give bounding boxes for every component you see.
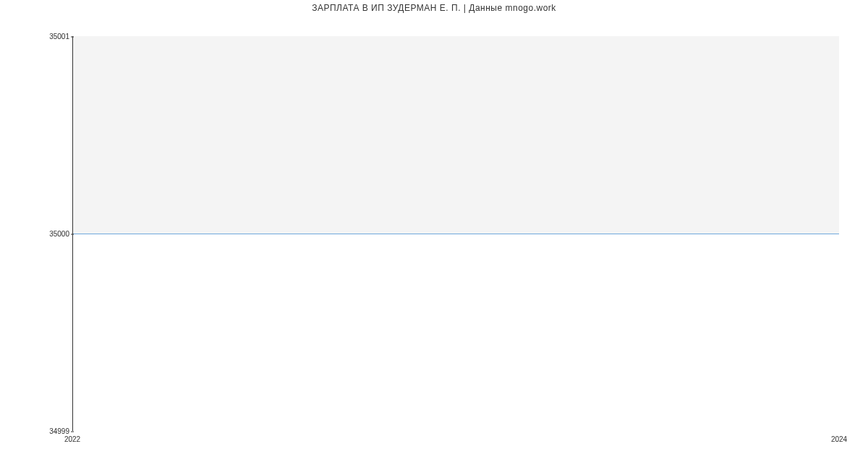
salary-chart: ЗАРПЛАТА В ИП ЗУДЕРМАН Е. П. | Данные mn… (0, 0, 868, 470)
y-tick-label: 35001 (49, 33, 69, 40)
y-tick-label: 34999 (49, 427, 69, 435)
tick-mark (71, 431, 74, 432)
x-tick-label: 2022 (64, 435, 80, 443)
y-tick: 34999 (49, 427, 69, 435)
x-tick-label: 2024 (831, 435, 847, 443)
data-line (72, 234, 839, 234)
chart-title: ЗАРПЛАТА В ИП ЗУДЕРМАН Е. П. | Данные mn… (0, 3, 868, 13)
filled-area (72, 36, 839, 234)
x-tick: 2022 (64, 435, 80, 443)
y-tick-label: 35000 (49, 230, 69, 238)
y-tick: 35001 (49, 33, 69, 40)
tick-mark (71, 36, 74, 37)
x-tick: 2024 (831, 435, 847, 443)
tick-mark (71, 234, 74, 234)
y-tick: 35000 (49, 230, 69, 238)
